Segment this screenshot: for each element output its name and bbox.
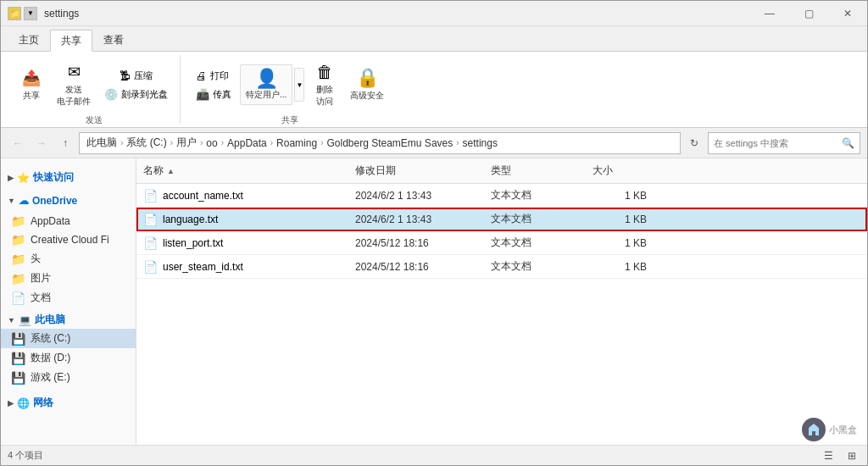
- search-input[interactable]: [714, 138, 838, 148]
- file-type-cell: 文本文档: [484, 258, 586, 275]
- maximize-button[interactable]: ▢: [789, 1, 828, 26]
- path-segment-user[interactable]: 用户: [176, 136, 197, 150]
- file-name: account_name.txt: [163, 190, 243, 202]
- specific-user-button[interactable]: 👤 特定用户...: [240, 64, 292, 105]
- path-segment-c[interactable]: 系统 (C:): [126, 136, 166, 150]
- advanced-security-button[interactable]: 🔒 高级安全: [345, 64, 389, 105]
- col-header-date[interactable]: 修改日期: [348, 162, 484, 180]
- table-row[interactable]: 📄 user_steam_id.txt 2024/5/12 18:16 文本文档…: [136, 255, 867, 279]
- path-segment-settings[interactable]: settings: [463, 137, 498, 149]
- specific-user-dropdown[interactable]: ▼: [294, 68, 304, 102]
- sidebar-header-network[interactable]: ▶ 🌐 网络: [1, 391, 136, 412]
- file-date-cell: 2024/6/2 1 13:43: [348, 188, 484, 203]
- search-icon: 🔍: [842, 137, 854, 149]
- table-row[interactable]: 📄 listen_port.txt 2024/5/12 18:16 文本文档 1…: [136, 231, 867, 255]
- sidebar: ▶ ⭐ 快速访问 ▼ ☁ OneDrive 📁 AppData 📁 Creati…: [1, 158, 136, 447]
- address-path[interactable]: 此电脑 › 系统 (C:) › 用户 › oo › AppData › Roam…: [79, 132, 681, 154]
- quickaccess-label: 快速访问: [33, 170, 74, 185]
- file-type-cell: 文本文档: [484, 210, 586, 228]
- sidebar-item-creativecloud[interactable]: 📁 Creative Cloud Fi: [1, 230, 136, 249]
- file-icon: 📄: [143, 189, 158, 202]
- window-icon-folder: 📁: [8, 7, 21, 20]
- ribbon-group-send: 📤 共享 ✉ 发送电子邮件 🗜 压缩 💿 刻录到光盘 发送: [8, 55, 181, 124]
- file-date-cell: 2024/5/12 18:16: [348, 259, 484, 275]
- ribbon-group-share: 🖨 打印 📠 传真 👤 特定用户... ▼ 🗑 删除访问: [184, 55, 396, 124]
- file-name-cell: 📄 user_steam_id.txt: [136, 258, 348, 275]
- send-email-button[interactable]: ✉ 发送电子邮件: [52, 58, 96, 111]
- path-segment-goldberg[interactable]: Goldberg SteamEmu Saves: [326, 137, 453, 149]
- thispc-label: 此电脑: [35, 313, 65, 327]
- network-icon: 🌐: [17, 397, 30, 409]
- tab-share[interactable]: 共享: [50, 30, 92, 52]
- file-type-cell: 文本文档: [484, 234, 586, 252]
- sidebar-header-onedrive[interactable]: ▼ ☁ OneDrive: [1, 190, 136, 208]
- title-bar-icons: 📁 ▼: [8, 7, 37, 20]
- print-fax-group: 🖨 打印 📠 传真: [191, 68, 236, 103]
- sidebar-item-head[interactable]: 📁 头: [1, 249, 136, 269]
- path-segment-appdata[interactable]: AppData: [227, 137, 267, 149]
- remove-access-button[interactable]: 🗑 删除访问: [308, 58, 342, 111]
- sidebar-header-quickaccess[interactable]: ▶ ⭐ 快速访问: [1, 165, 136, 186]
- quickaccess-expand-icon: ▶: [8, 174, 14, 182]
- burn-button[interactable]: 💿 刻录到光盘: [99, 86, 173, 103]
- file-size-cell: 1 KB: [586, 236, 654, 251]
- search-box[interactable]: 🔍: [708, 132, 860, 154]
- compress-label: 压缩: [134, 69, 153, 82]
- sidebar-item-pictures[interactable]: 📁 图片: [1, 269, 136, 288]
- table-row[interactable]: 📄 account_name.txt 2024/6/2 1 13:43 文本文档…: [136, 184, 867, 208]
- sidebar-item-appdata[interactable]: 📁 AppData: [1, 212, 136, 230]
- print-label: 打印: [210, 69, 229, 82]
- col-header-size[interactable]: 大小: [586, 162, 654, 180]
- appdata-folder-icon: 📁: [11, 214, 25, 228]
- path-segment-oo[interactable]: oo: [206, 137, 217, 149]
- fax-button[interactable]: 📠 传真: [191, 86, 236, 103]
- compress-button[interactable]: 🗜 压缩: [114, 68, 158, 84]
- table-row[interactable]: 📄 language.txt 2024/6/2 1 13:43 文本文档 1 K…: [136, 208, 867, 231]
- minimize-button[interactable]: —: [750, 1, 789, 26]
- sidebar-section-quickaccess: ▶ ⭐ 快速访问: [1, 165, 136, 186]
- close-button[interactable]: ✕: [828, 1, 867, 26]
- sidebar-item-docs[interactable]: 📄 文档: [1, 288, 136, 308]
- up-button[interactable]: ↑: [55, 133, 75, 153]
- print-button[interactable]: 🖨 打印: [191, 68, 236, 84]
- grid-view-button[interactable]: ⊞: [843, 447, 860, 464]
- sidebar-item-d-drive[interactable]: 💾 数据 (D:): [1, 348, 136, 368]
- status-bar: 4 个项目 ☰ ⊞: [1, 445, 867, 465]
- tab-view[interactable]: 查看: [92, 29, 135, 51]
- file-icon: 📄: [143, 260, 158, 274]
- path-segment-pc[interactable]: 此电脑: [86, 136, 117, 150]
- sidebar-item-e-drive[interactable]: 💾 游戏 (E:): [1, 368, 136, 387]
- burn-label: 刻录到光盘: [121, 88, 168, 101]
- forward-button[interactable]: →: [31, 133, 52, 153]
- col-header-name[interactable]: 名称 ▲: [136, 162, 348, 180]
- fax-label: 传真: [213, 88, 231, 101]
- onedrive-label: OneDrive: [32, 195, 77, 207]
- tab-home[interactable]: 主页: [8, 29, 50, 51]
- security-icon: 🔒: [357, 68, 377, 88]
- ribbon-send-items: 📤 共享 ✉ 发送电子邮件 🗜 压缩 💿 刻录到光盘: [14, 58, 173, 111]
- refresh-button[interactable]: ↻: [684, 133, 704, 153]
- d-drive-icon: 💾: [11, 352, 25, 365]
- share-button[interactable]: 📤 共享: [14, 64, 48, 105]
- sidebar-header-thispc[interactable]: ▼ 💻 此电脑: [1, 308, 136, 329]
- share-icon: 📤: [21, 68, 42, 88]
- sidebar-item-c-drive[interactable]: 💾 系统 (C:): [1, 329, 136, 348]
- file-icon: 📄: [143, 236, 158, 250]
- back-button[interactable]: ←: [8, 133, 28, 153]
- path-segment-roaming[interactable]: Roaming: [276, 137, 317, 149]
- file-area: 名称 ▲ 修改日期 类型 大小 📄 account_name.txt 2024/…: [136, 158, 867, 447]
- quickaccess-star-icon: ⭐: [17, 172, 30, 184]
- e-drive-label: 游戏 (E:): [31, 370, 70, 385]
- pictures-folder-icon: 📁: [11, 272, 25, 286]
- print-icon: 🖨: [196, 69, 207, 82]
- file-name-cell: 📄 account_name.txt: [136, 187, 348, 204]
- address-bar: ← → ↑ 此电脑 › 系统 (C:) › 用户 › oo › AppData …: [1, 128, 867, 158]
- status-count: 4 个项目: [8, 449, 43, 462]
- network-expand-icon: ▶: [8, 399, 14, 408]
- col-date-label: 修改日期: [355, 164, 396, 178]
- col-header-type[interactable]: 类型: [484, 162, 586, 180]
- col-name-sort-icon: ▲: [167, 167, 175, 175]
- file-size-cell: 1 KB: [586, 259, 654, 275]
- list-view-button[interactable]: ☰: [820, 447, 837, 464]
- email-label: 发送电子邮件: [57, 84, 91, 108]
